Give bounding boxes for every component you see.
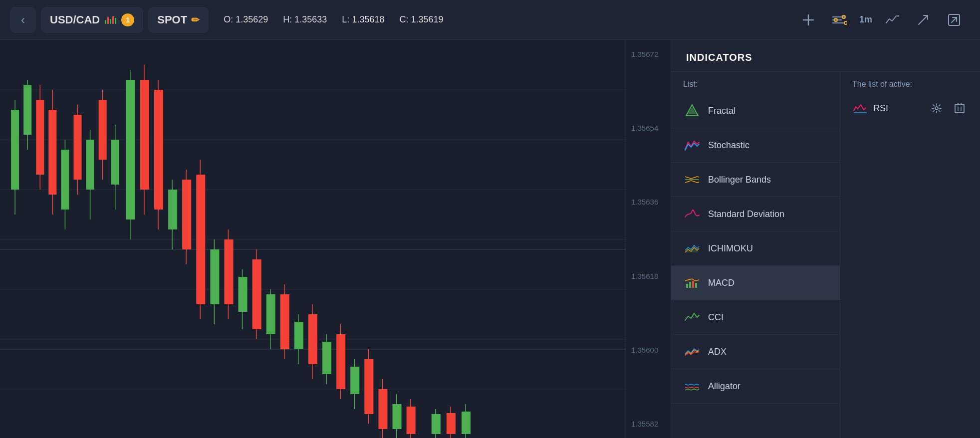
spot-label: SPOT [157, 13, 187, 26]
indicators-title: INDICATORS [671, 40, 980, 72]
svg-rect-60 [266, 294, 275, 334]
adx-icon [683, 343, 701, 361]
price-level-5: 1.35600 [631, 346, 666, 354]
list-label: List: [671, 72, 840, 94]
bollinger-label: Bollinger Bands [708, 175, 771, 185]
price-level-3: 1.35636 [631, 198, 666, 206]
svg-rect-70 [336, 334, 345, 389]
chart-bars-icon [105, 16, 116, 24]
candlestick-chart [0, 40, 626, 438]
indicator-adx[interactable]: ADX [671, 335, 840, 369]
chart-area: 1.35672 1.35654 1.35636 1.35618 1.35600 … [0, 40, 980, 438]
fractal-icon [683, 102, 701, 120]
symbol-button[interactable]: USD/CAD 1 [41, 7, 143, 33]
svg-rect-76 [378, 389, 387, 429]
svg-rect-84 [447, 413, 456, 434]
svg-rect-54 [224, 239, 233, 304]
high-price: H: 1.35633 [283, 14, 327, 25]
stochastic-icon [683, 136, 701, 154]
notification-badge: 1 [121, 13, 134, 26]
svg-rect-91 [689, 282, 691, 288]
svg-rect-82 [432, 414, 441, 434]
svg-rect-62 [280, 294, 289, 349]
active-indicators-list: The list of active: RSI [840, 72, 980, 438]
indicators-panel: INDICATORS List: Fractal [671, 40, 980, 438]
rsi-label: RSI [873, 103, 923, 114]
chart-type-button[interactable] [881, 9, 903, 31]
svg-rect-90 [686, 284, 688, 288]
svg-rect-32 [73, 115, 81, 180]
rsi-icon [852, 100, 868, 116]
svg-rect-92 [692, 281, 694, 288]
active-list-label: The list of active: [848, 80, 972, 94]
symbol-text: USD/CAD [50, 13, 100, 26]
svg-line-9 [919, 15, 928, 24]
indicator-bollinger[interactable]: Bollinger Bands [671, 163, 840, 197]
fractal-label: Fractal [708, 106, 735, 116]
price-level-2: 1.35654 [631, 124, 666, 132]
indicator-ichimoku[interactable]: ICHIMOKU [671, 231, 840, 266]
rsi-delete-button[interactable] [951, 100, 968, 117]
price-level-1: 1.35672 [631, 50, 666, 58]
add-indicator-button[interactable] [797, 9, 819, 31]
svg-rect-72 [350, 367, 359, 394]
indicator-stochastic[interactable]: Stochastic [671, 128, 840, 163]
indicator-fractal[interactable]: Fractal [671, 94, 840, 128]
svg-rect-46 [168, 190, 177, 229]
svg-line-11 [952, 17, 957, 22]
back-button[interactable]: ‹ [10, 7, 36, 33]
indicators-list[interactable]: List: Fractal [671, 72, 840, 438]
svg-rect-89 [686, 248, 698, 252]
svg-point-7 [844, 21, 847, 24]
svg-rect-78 [393, 404, 402, 429]
svg-rect-74 [364, 359, 373, 414]
macd-label: MACD [708, 278, 735, 288]
indicator-cci[interactable]: CCI [671, 300, 840, 335]
stddev-label: Standard Deviation [708, 209, 784, 219]
pencil-icon: ✏ [191, 14, 200, 26]
ohlc-bar: O: 1.35629 H: 1.35633 L: 1.35618 C: 1.35… [214, 14, 792, 25]
svg-rect-42 [140, 80, 149, 190]
rsi-settings-button[interactable] [928, 100, 945, 117]
svg-rect-24 [23, 85, 31, 135]
svg-rect-36 [99, 100, 107, 160]
svg-rect-93 [695, 283, 697, 288]
svg-rect-48 [182, 180, 191, 249]
indicator-macd[interactable]: MACD [671, 266, 840, 300]
indicators-button[interactable] [828, 9, 850, 31]
bollinger-icon [683, 171, 701, 189]
indicator-alligator[interactable]: Alligator [671, 369, 840, 404]
external-link-button[interactable] [943, 9, 965, 31]
stddev-icon [683, 205, 701, 223]
svg-rect-22 [11, 110, 19, 190]
chart-canvas[interactable] [0, 40, 626, 438]
svg-rect-66 [308, 314, 317, 364]
svg-rect-34 [86, 140, 94, 190]
svg-rect-64 [294, 322, 303, 349]
close-price: C: 1.35619 [399, 14, 443, 25]
svg-rect-80 [407, 407, 416, 434]
svg-rect-40 [126, 80, 135, 219]
alligator-icon [683, 377, 701, 395]
alligator-label: Alligator [708, 381, 740, 392]
diagonal-arrow-button[interactable] [912, 9, 934, 31]
svg-rect-68 [322, 342, 331, 374]
svg-rect-56 [239, 277, 247, 312]
ichimoku-label: ICHIMOKU [708, 243, 753, 254]
cci-label: CCI [708, 312, 724, 323]
price-axis: 1.35672 1.35654 1.35636 1.35618 1.35600 … [626, 40, 671, 438]
indicator-stddev[interactable]: Standard Deviation [671, 197, 840, 231]
price-level-4: 1.35618 [631, 272, 666, 280]
rsi-actions [928, 100, 968, 117]
svg-rect-26 [36, 100, 44, 175]
svg-rect-52 [210, 249, 219, 304]
timeframe-button[interactable]: 1m [859, 14, 872, 25]
svg-rect-30 [61, 150, 69, 210]
price-level-6: 1.35582 [631, 420, 666, 428]
cci-icon [683, 308, 701, 326]
low-price: L: 1.35618 [342, 14, 384, 25]
spot-button[interactable]: SPOT ✏ [148, 7, 209, 33]
svg-rect-50 [196, 175, 205, 304]
ichimoku-icon [683, 239, 701, 257]
active-rsi: RSI [848, 94, 972, 123]
